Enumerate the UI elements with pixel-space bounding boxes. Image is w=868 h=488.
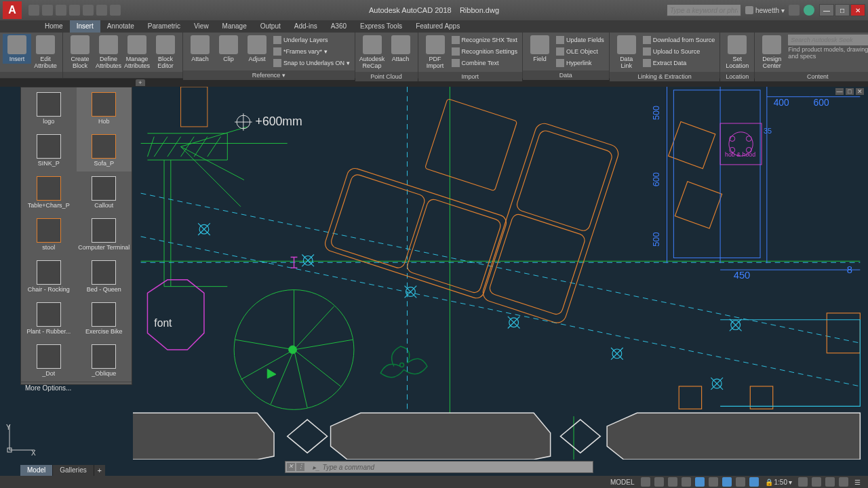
palette-item-logo[interactable]: logo (21, 87, 77, 129)
ribbon-item[interactable]: Extract Data (643, 58, 715, 68)
palette-item--oblique[interactable]: _Oblique (77, 340, 132, 382)
drawing-canvas[interactable]: — □ ✕ (133, 87, 868, 460)
qat-saveas-icon[interactable] (69, 5, 80, 16)
ribbon-button-pdf-import[interactable]: PDF Import (421, 34, 450, 70)
ribbon-item[interactable]: *Frames vary* ▾ (273, 46, 350, 57)
ribbon-item[interactable]: OLE Object (556, 46, 604, 57)
keyword-search-input[interactable] (667, 4, 741, 16)
palette-item-sofa-p[interactable]: Sofa_P (77, 129, 132, 171)
status-grid-icon[interactable] (641, 477, 650, 487)
ribbon-button-attach[interactable]: Attach (387, 34, 415, 64)
layout-tab-model[interactable]: Model (20, 465, 53, 476)
status-3dosnap-icon[interactable] (709, 477, 718, 487)
palette-item-chair-rocking[interactable]: Chair - Rocking (21, 256, 77, 298)
ribbon-button-define-attributes[interactable]: Define Attributes (94, 34, 123, 70)
ribbon-item[interactable]: Underlay Layers (273, 35, 350, 45)
status-isolate-icon[interactable] (812, 477, 821, 487)
minimize-button[interactable]: — (819, 4, 834, 16)
ribbon-item[interactable]: Download from Source (643, 35, 715, 45)
status-osnap-icon[interactable] (695, 477, 705, 487)
menu-tab-output[interactable]: Output (254, 20, 288, 33)
layout-add-button[interactable]: + (94, 465, 105, 476)
status-ortho-icon[interactable] (668, 477, 677, 487)
qat-redo-icon[interactable] (110, 5, 121, 16)
status-lweight-icon[interactable] (736, 477, 745, 487)
ribbon-button-create-block[interactable]: Create Block (66, 34, 94, 70)
ribbon-item[interactable]: Recognize SHX Text (452, 35, 518, 45)
ribbon-item[interactable]: Upload to Source (643, 46, 715, 57)
status-annoscale[interactable]: 🔒 1:50 ▾ (763, 479, 794, 486)
ribbon-item[interactable]: Recognition Settings (452, 46, 518, 57)
menu-tab-add-ins[interactable]: Add-ins (288, 20, 324, 33)
menu-tab-a360[interactable]: A360 (324, 20, 353, 33)
ribbon-button-set-location[interactable]: Set Location (723, 34, 751, 70)
qat-undo-icon[interactable] (96, 5, 107, 16)
palette-item-callout[interactable]: Callout (77, 171, 132, 214)
status-hardware-icon[interactable] (825, 477, 835, 487)
ribbon-item[interactable]: Update Fields (556, 35, 604, 45)
palette-item-hob[interactable]: Hob (77, 87, 132, 129)
status-model[interactable]: MODEL (608, 479, 637, 486)
status-otrack-icon[interactable] (722, 477, 732, 487)
status-clean-icon[interactable] (839, 477, 848, 487)
maximize-button[interactable]: □ (835, 4, 850, 16)
ribbon-button-data-link[interactable]: Data Link (612, 34, 641, 70)
ribbon-button-adjust[interactable]: Adjust (243, 34, 271, 64)
palette-item-bed-queen[interactable]: Bed - Queen (77, 256, 132, 298)
signin-menu[interactable]: hewetth▾ (745, 6, 785, 14)
cmd-close-icon[interactable]: ✕ (287, 463, 295, 471)
menu-tab-home[interactable]: Home (38, 20, 70, 33)
ribbon-item[interactable]: Hyperlink (556, 58, 604, 68)
status-customize-icon[interactable]: ☰ (852, 479, 863, 486)
level-annotation: +600mm (256, 115, 302, 128)
ribbon-button-field[interactable]: Field (526, 34, 554, 64)
ribbon-icon (36, 35, 55, 54)
canvas-restore-icon[interactable]: □ (846, 88, 854, 95)
menu-tab-featured-apps[interactable]: Featured Apps (409, 20, 467, 33)
qat-new-icon[interactable] (28, 5, 39, 16)
menu-tab-manage[interactable]: Manage (216, 20, 254, 33)
menu-tab-view[interactable]: View (187, 20, 216, 33)
menu-tab-parametric[interactable]: Parametric (141, 20, 187, 33)
palette-item-exercise-bike[interactable]: Exercise Bike (77, 298, 132, 340)
ribbon-item[interactable]: Combine Text (452, 58, 518, 68)
qat-save-icon[interactable] (56, 5, 66, 16)
palette-item--dot[interactable]: _Dot (21, 340, 77, 382)
ribbon-button-design-center[interactable]: Design Center (757, 34, 786, 70)
ribbon-button-edit-attribute[interactable]: Edit Attribute (31, 34, 60, 70)
ribbon-button-autodesk-recap[interactable]: Autodesk ReCap (358, 34, 387, 70)
cmd-options-icon[interactable]: ⋮ (296, 463, 304, 471)
svg-text:35: 35 (764, 127, 772, 135)
ribbon-item[interactable]: Snap to Underlays ON ▾ (273, 58, 350, 68)
palette-item-table-chars-p[interactable]: Table+Chars_P (21, 171, 77, 214)
qat-open-icon[interactable] (42, 5, 53, 16)
palette-item-stool[interactable]: stool (21, 214, 77, 256)
status-transparency-icon[interactable] (749, 477, 759, 487)
command-line[interactable]: ✕ ⋮ ▸_ Type a command (285, 461, 593, 473)
menu-tab-express-tools[interactable]: Express Tools (353, 20, 409, 33)
menu-tab-annotate[interactable]: Annotate (100, 20, 141, 33)
help-icon[interactable] (804, 5, 814, 16)
canvas-minimize-icon[interactable]: — (835, 88, 844, 95)
close-button[interactable]: ✕ (850, 4, 865, 16)
ribbon-button-clip[interactable]: Clip (214, 34, 243, 64)
ribbon-button-block-editor[interactable]: Block Editor (151, 34, 180, 70)
status-gear-icon[interactable] (798, 477, 808, 487)
app-logo[interactable]: A (3, 1, 22, 19)
ribbon-button-insert[interactable]: Insert (3, 34, 31, 64)
exchange-icon[interactable] (789, 5, 800, 16)
seek-search-input[interactable] (788, 35, 868, 45)
palette-item-sink-p[interactable]: SINK_P (21, 129, 77, 171)
canvas-close-icon[interactable]: ✕ (856, 88, 864, 95)
status-snap-icon[interactable] (654, 477, 664, 487)
ribbon-button-attach[interactable]: Attach (186, 34, 214, 64)
status-polar-icon[interactable] (682, 477, 691, 487)
qat-plot-icon[interactable] (83, 5, 94, 16)
palette-more-options[interactable]: More Options... (21, 382, 132, 394)
drawing-tab-add[interactable]: + (136, 79, 145, 86)
palette-item-plant-rubber-[interactable]: Plant - Rubber... (21, 298, 77, 340)
layout-tab-galleries[interactable]: Galleries (53, 465, 94, 476)
palette-item-computer-terminal[interactable]: Computer Terminal (77, 214, 132, 256)
ribbon-button-manage-attributes[interactable]: Manage Attributes (123, 34, 151, 70)
menu-tab-insert[interactable]: Insert (70, 20, 100, 33)
